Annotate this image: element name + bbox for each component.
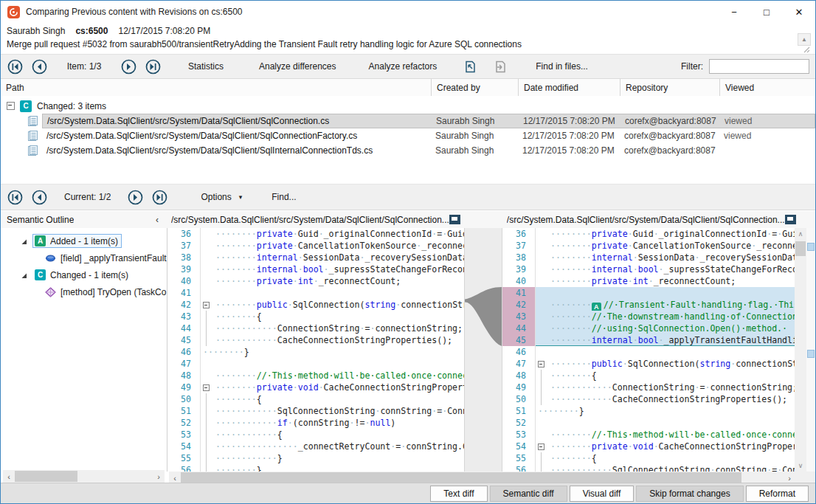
result-code-pane[interactable]: 36········private·Guid·_originalConnecti…	[502, 228, 795, 472]
open-window-icon[interactable]	[785, 215, 796, 224]
find-button[interactable]: Find...	[272, 192, 296, 202]
previous-diff-button[interactable]	[31, 189, 48, 206]
scroll-left-icon[interactable]: ‹	[3, 472, 15, 481]
scrollbar-thumb[interactable]	[15, 471, 77, 482]
maximize-icon[interactable]: □	[750, 1, 783, 22]
code-line[interactable]: 50········{	[167, 393, 464, 405]
code-line[interactable]: 51········}	[502, 405, 795, 417]
close-icon[interactable]: ✕	[783, 1, 815, 22]
column-header-repository[interactable]: Repository	[620, 79, 719, 96]
code-line[interactable]: 55········{	[502, 452, 795, 464]
vertical-scrollbar[interactable]: ∧ ∨	[795, 228, 806, 472]
code-line[interactable]: 51············SqlConnectionString·connSt…	[167, 405, 464, 417]
statistics-button[interactable]: Statistics	[188, 61, 224, 72]
next-item-button[interactable]	[120, 58, 137, 75]
export-left-icon[interactable]	[462, 58, 479, 75]
collapse-panel-icon[interactable]: ‹	[156, 215, 162, 225]
minimize-icon[interactable]: −	[718, 1, 750, 22]
code-line[interactable]: 37········private·CancellationTokenSourc…	[167, 240, 464, 252]
table-row[interactable]: /src/System.Data.SqlClient/src/System/Da…	[1, 128, 815, 143]
code-line[interactable]: 38········internal·SessionData·_recovery…	[502, 252, 795, 263]
chevron-down-icon[interactable]: ▾	[239, 193, 243, 201]
scroll-up-icon[interactable]: ▲	[798, 33, 811, 46]
semantic-diff-button[interactable]: Semantic diff	[490, 486, 567, 502]
outline-child-item[interactable]: [field] _applyTransientFault	[1, 249, 167, 266]
code-line[interactable]: 47	[167, 358, 464, 370]
collapse-group-icon[interactable]	[7, 102, 15, 110]
code-line[interactable]: 48········{	[502, 370, 795, 382]
scrollbar-thumb[interactable]	[181, 472, 741, 483]
code-line[interactable]: 39········internal·bool·_supressStateCha…	[167, 263, 464, 275]
code-line[interactable]: 53········//·This·method·will·be·called·…	[502, 429, 795, 441]
fold-collapse-icon[interactable]	[201, 382, 213, 393]
outline-horizontal-scrollbar[interactable]: ‹ ›	[3, 470, 165, 483]
reformat-button[interactable]: Reformat	[746, 486, 809, 502]
code-line[interactable]: 46········}	[167, 346, 464, 358]
code-line[interactable]: 43········//·The·downstream·handling·of·…	[502, 311, 795, 322]
code-line[interactable]: 36········private·Guid·_originalConnecti…	[502, 228, 795, 240]
code-line[interactable]: 39········internal·bool·_supressStateCha…	[502, 263, 795, 275]
visual-diff-button[interactable]: Visual diff	[570, 486, 635, 502]
code-line[interactable]: 48········//·This·method·will·be·called·…	[167, 370, 464, 382]
code-line[interactable]: 41	[167, 287, 464, 299]
code-line[interactable]: 36········private·Guid·_originalConnecti…	[167, 228, 464, 240]
code-line[interactable]: 42········A//·Transient·Fault·handling·f…	[502, 299, 795, 311]
skip-format-changes-button[interactable]: Skip format changes	[636, 486, 743, 502]
diff-marker[interactable]	[807, 350, 815, 358]
analyze-differences-button[interactable]: Analyze differences	[259, 61, 336, 72]
find-in-files-button[interactable]: Find in files...	[536, 61, 588, 72]
code-line[interactable]: 52············if·(connString·!=·null)	[167, 417, 464, 429]
diff-marker[interactable]	[807, 243, 815, 251]
options-button[interactable]: Options	[201, 192, 231, 202]
last-item-button[interactable]	[145, 58, 162, 75]
column-header-date-modified[interactable]: Date modified	[518, 79, 620, 96]
code-line[interactable]: 43········{	[167, 311, 464, 322]
first-diff-button[interactable]	[7, 189, 24, 206]
analyze-refactors-button[interactable]: Analyze refactors	[369, 61, 438, 72]
code-line[interactable]: 49············ConnectionString·=·connect…	[502, 382, 795, 393]
open-window-icon[interactable]	[449, 215, 460, 224]
column-header-path[interactable]: Path	[1, 79, 431, 96]
text-diff-button[interactable]: Text diff	[430, 486, 487, 502]
code-line[interactable]: 49········private·void·CacheConnectionSt…	[167, 382, 464, 393]
code-line[interactable]: 52	[502, 417, 795, 429]
previous-item-button[interactable]	[31, 58, 48, 75]
outline-item-added[interactable]: AAdded - 1 item(s)	[1, 232, 167, 249]
code-line[interactable]: 54················_connectRetryCount·=·c…	[167, 441, 464, 452]
code-line[interactable]: 42········public·SqlConnection(string·co…	[167, 299, 464, 311]
code-line[interactable]: 45········internal·bool·_applyTransientF…	[502, 334, 795, 346]
tree-expander-icon[interactable]	[20, 238, 27, 245]
first-item-button[interactable]	[7, 58, 24, 75]
tree-expander-icon[interactable]	[20, 272, 27, 279]
column-header-viewed[interactable]: Viewed	[719, 79, 815, 96]
column-header-created-by[interactable]: Created by	[431, 79, 518, 96]
code-line[interactable]: 40········private·int·_reconnectCount;	[502, 275, 795, 287]
code-line[interactable]: 40········private·int·_reconnectCount;	[167, 275, 464, 287]
code-line[interactable]: 56············SqlConnectionString·connSt…	[502, 464, 795, 472]
scroll-right-icon[interactable]: ›	[153, 472, 165, 481]
code-line[interactable]: 56········}	[167, 464, 464, 472]
scroll-up-icon[interactable]: ∧	[795, 228, 806, 240]
code-line[interactable]: 50············CacheConnectionStringPrope…	[502, 393, 795, 405]
scroll-down-icon[interactable]: ∨	[795, 460, 806, 472]
code-line[interactable]: 37········private·CancellationTokenSourc…	[502, 240, 795, 252]
filter-input[interactable]	[709, 59, 809, 74]
fold-collapse-icon[interactable]	[536, 358, 548, 370]
code-line[interactable]: 53············{	[167, 429, 464, 441]
code-line[interactable]: 46	[502, 346, 795, 358]
changed-group-row[interactable]: C Changed: 3 items	[1, 98, 815, 114]
code-line[interactable]: 54········private·void·CacheConnectionSt…	[502, 441, 795, 452]
code-line[interactable]: 41	[502, 287, 795, 299]
table-row[interactable]: /src/System.Data.SqlClient/src/System/Da…	[1, 143, 815, 158]
table-row[interactable]: /src/System.Data.SqlClient/src/System/Da…	[1, 114, 815, 128]
fold-collapse-icon[interactable]	[201, 299, 213, 311]
export-right-icon[interactable]	[492, 58, 509, 75]
outline-child-item[interactable]: [method] TryOpen (TaskCo	[1, 283, 167, 300]
code-line[interactable]: 44············ConnectionString·=·connect…	[167, 322, 464, 334]
fold-collapse-icon[interactable]	[536, 441, 548, 452]
last-diff-button[interactable]	[151, 189, 168, 206]
next-diff-button[interactable]	[127, 189, 144, 206]
code-line[interactable]: 47········public·SqlConnection(string·co…	[502, 358, 795, 370]
code-line[interactable]: 55············}	[167, 452, 464, 464]
scroll-left-icon[interactable]: ‹	[169, 474, 181, 483]
